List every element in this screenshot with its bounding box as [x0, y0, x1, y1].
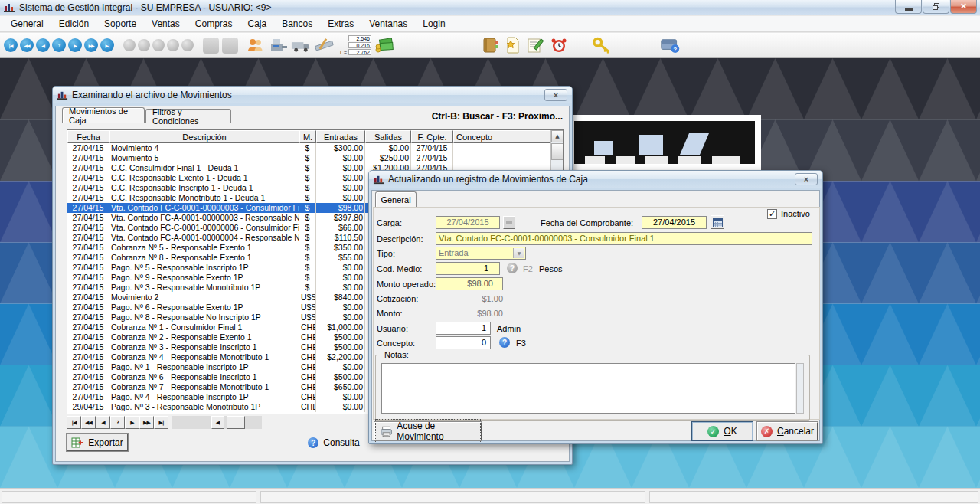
calendar-button[interactable]: [710, 215, 724, 229]
table-cell: $: [299, 203, 316, 213]
header-fecha[interactable]: Fecha: [67, 130, 109, 143]
close-button[interactable]: ×: [950, 0, 977, 14]
statusbar-panel-3: [649, 491, 978, 503]
menu-caja[interactable]: Caja: [240, 16, 274, 31]
menu-general[interactable]: General: [3, 16, 51, 31]
notas-textarea[interactable]: [381, 363, 795, 414]
blank-button-2[interactable]: [222, 38, 238, 54]
navigator-last-button[interactable]: ▶|: [154, 416, 168, 429]
browse-close-button[interactable]: ×: [544, 89, 567, 101]
nav-next-button[interactable]: ▶: [68, 38, 82, 52]
truck-button[interactable]: [290, 35, 311, 55]
acuse-movimiento-button[interactable]: Acuse de Movimiento: [374, 422, 482, 440]
header-fcpte[interactable]: F. Cpte.: [411, 130, 453, 143]
menu-ventanas[interactable]: Ventanas: [361, 16, 415, 31]
tipo-select[interactable]: Entrada ▼: [436, 247, 526, 260]
fecha-comprobante-label: Fecha del Comprobante:: [541, 218, 633, 227]
menu-ventas[interactable]: Ventas: [144, 16, 188, 31]
scroll-up-icon[interactable]: ▲: [551, 130, 564, 142]
inactivo-checkbox[interactable]: ✓: [767, 209, 777, 219]
descripcion-field[interactable]: Vta. Contado FC-C-0001-00000003 - Consul…: [436, 232, 812, 245]
menu-extras[interactable]: Extras: [320, 16, 361, 31]
menu-edicion[interactable]: Edición: [51, 16, 96, 31]
table-cell: $110.50: [316, 233, 365, 243]
record-cancel-button[interactable]: [181, 39, 194, 51]
cod-medio-field[interactable]: 1: [436, 262, 500, 275]
hscrollbar-thumb[interactable]: [227, 416, 245, 429]
nav-prev-button[interactable]: ◀: [36, 38, 50, 52]
cancel-button[interactable]: ✗ Cancelar: [757, 422, 818, 440]
navigator-prev-button[interactable]: ◀: [96, 416, 110, 429]
fecha-comprobante-field[interactable]: 27/04/2015: [642, 216, 707, 229]
record-delete-button[interactable]: [138, 39, 150, 51]
menu-compras[interactable]: Compras: [188, 16, 240, 31]
cotizacion-value: $1.00: [436, 294, 503, 303]
concepto-help-icon[interactable]: ?: [499, 337, 510, 348]
sql-help-button[interactable]: ?: [660, 35, 681, 55]
notes-button[interactable]: [525, 35, 546, 55]
table-cell: 27/04/15: [67, 213, 109, 223]
scroll-left-icon[interactable]: ◀: [211, 416, 224, 429]
ok-button[interactable]: ✓ OK: [692, 422, 753, 440]
monto-operado-field[interactable]: $98.00: [436, 277, 503, 290]
record-edit-button[interactable]: [152, 39, 165, 51]
record-post-button[interactable]: [167, 39, 179, 51]
blank-button-1[interactable]: [203, 38, 219, 54]
alarm-button[interactable]: [548, 35, 569, 55]
measure-button[interactable]: [313, 35, 334, 55]
table-cell: $500.00: [316, 332, 365, 342]
header-moneda[interactable]: M.: [299, 130, 316, 143]
nav-search-button[interactable]: ?: [52, 38, 66, 52]
header-descripcion[interactable]: Descripción: [109, 130, 299, 143]
app-titlebar: Sistema de Gestión Integral - SU EMPRESA…: [0, 0, 980, 15]
navigator-next-button[interactable]: ▶: [125, 416, 139, 429]
dropdown-icon[interactable]: ▼: [513, 248, 524, 258]
dialog-titlebar[interactable]: Actualizando un registro de Movimientos …: [369, 171, 822, 188]
restore-icon: [933, 3, 939, 10]
table-cell: $0.00: [316, 263, 365, 273]
table-cell: 27/04/15: [67, 163, 109, 173]
dialog-close-button[interactable]: ×: [795, 173, 818, 185]
record-insert-button[interactable]: [123, 39, 136, 51]
nav-forward-button[interactable]: ▶▶: [84, 38, 98, 52]
tab-general[interactable]: General: [375, 191, 416, 207]
grid-horizontal-scrollbar[interactable]: ◀: [172, 416, 262, 429]
key-button[interactable]: [592, 35, 612, 55]
table-row[interactable]: 27/04/15Movimiento 4$$300.00$0.0027/04/1…: [67, 143, 550, 153]
navigator-forward-button[interactable]: ▶▶: [139, 416, 154, 429]
concepto-field[interactable]: 0: [436, 336, 491, 349]
address-book-button[interactable]: [479, 35, 500, 55]
header-concepto[interactable]: Concepto: [453, 130, 550, 143]
nav-last-button[interactable]: ▶|: [100, 38, 114, 52]
table-cell: $: [299, 253, 316, 263]
menu-soporte[interactable]: Soporte: [96, 16, 144, 31]
table-cell: $: [299, 173, 316, 183]
document-star-button[interactable]: [502, 35, 523, 55]
table-cell: CHE: [299, 402, 316, 412]
table-cell: $0.00: [316, 392, 365, 402]
header-salidas[interactable]: Salidas: [365, 130, 411, 143]
tab-filtros-y-condiciones[interactable]: Filtros y Condiciones: [145, 109, 231, 123]
export-button[interactable]: Exportar: [67, 434, 128, 451]
cash-register-button[interactable]: [267, 35, 288, 55]
notas-scrollbar[interactable]: [796, 363, 804, 414]
navigator-search-button[interactable]: ?: [110, 416, 125, 429]
tab-movimientos-de-caja[interactable]: Movimientos de Caja: [62, 107, 145, 123]
navigator-first-button[interactable]: |◀: [67, 416, 81, 429]
nav-first-button[interactable]: |◀: [4, 38, 18, 52]
restore-button[interactable]: [923, 0, 949, 14]
scrollbar-thumb[interactable]: [551, 143, 564, 160]
table-cell: 27/04/15: [67, 382, 109, 392]
menu-bancos[interactable]: Bancos: [274, 16, 320, 31]
usuario-field[interactable]: 1: [436, 322, 491, 335]
header-entradas[interactable]: Entradas: [316, 130, 365, 143]
table-row[interactable]: 27/04/15Movimiento 5$$0.00$250.0027/04/1…: [67, 153, 550, 163]
clients-button[interactable]: [244, 35, 265, 55]
menu-login[interactable]: Login: [415, 16, 452, 31]
minimize-button[interactable]: [895, 0, 922, 14]
consulta-button[interactable]: ? Consulta: [305, 434, 362, 451]
navigator-rewind-button[interactable]: ◀◀: [81, 416, 96, 429]
money-button[interactable]: [373, 35, 394, 55]
nav-rewind-button[interactable]: ◀◀: [20, 38, 34, 52]
browse-titlebar[interactable]: Examinando el archivo de Movimientos: [53, 87, 572, 103]
